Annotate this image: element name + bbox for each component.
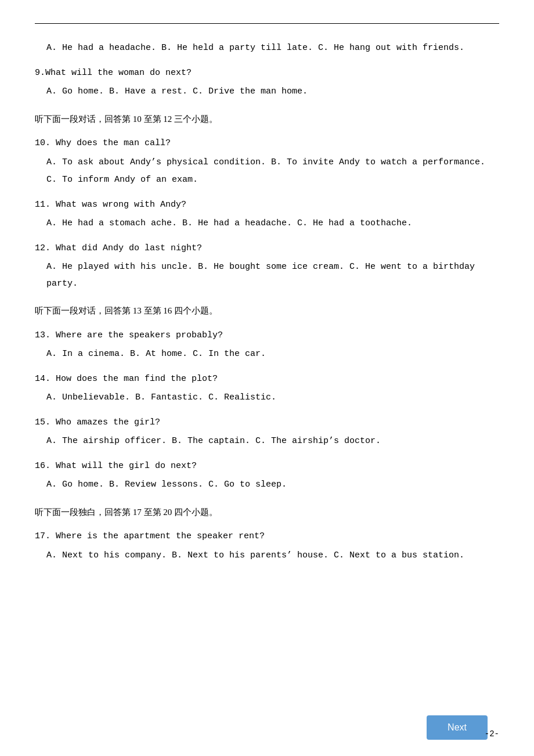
options-q10-ab: A. To ask about Andy’s physical conditio… — [35, 154, 499, 171]
options-q12: A. He played with his uncle. B. He bough… — [35, 259, 499, 292]
question-12: 12. What did Andy do last night? — [35, 240, 499, 257]
options-q15: A. The airship officer. B. The captain. … — [35, 433, 499, 450]
question-11: 11. What was wrong with Andy? — [35, 197, 499, 214]
content-area: A. He had a headache. B. He held a party… — [35, 40, 499, 564]
section-header-17-20: 听下面一段独白，回答第 17 至第 20 四个小题。 — [35, 504, 499, 521]
question-13: 13. Where are the speakers probably? — [35, 327, 499, 344]
section-header-13-16: 听下面一段对话，回答第 13 至第 16 四个小题。 — [35, 303, 499, 319]
question-9: 9.What will the woman do next? — [35, 65, 499, 82]
options-q16: A. Go home. B. Review lessons. C. Go to … — [35, 477, 499, 494]
next-button[interactable]: Next — [427, 715, 488, 740]
options-block-0: A. He had a headache. B. He held a party… — [35, 40, 499, 57]
top-divider — [35, 23, 499, 24]
options-q13: A. In a cinema. B. At home. C. In the ca… — [35, 346, 499, 363]
section-header-10-12: 听下面一段对话，回答第 10 至第 12 三个小题。 — [35, 111, 499, 128]
options-q10-c: C. To inform Andy of an exam. — [35, 172, 499, 189]
question-15: 15. Who amazes the girl? — [35, 415, 499, 431]
options-q9: A. Go home. B. Have a rest. C. Drive the… — [35, 84, 499, 100]
options-q14: A. Unbelievable. B. Fantastic. C. Realis… — [35, 390, 499, 406]
options-q11: A. He had a stomach ache. B. He had a he… — [35, 215, 499, 232]
question-14: 14. How does the man find the plot? — [35, 371, 499, 388]
question-16: 16. What will the girl do next? — [35, 458, 499, 475]
question-10: 10. Why does the man call? — [35, 135, 499, 152]
question-17: 17. Where is the apartment the speaker r… — [35, 528, 499, 545]
page-container: A. He had a headache. B. He held a party… — [0, 0, 534, 756]
options-q17: A. Next to his company. B. Next to his p… — [35, 548, 499, 564]
page-number: -2- — [485, 729, 499, 739]
